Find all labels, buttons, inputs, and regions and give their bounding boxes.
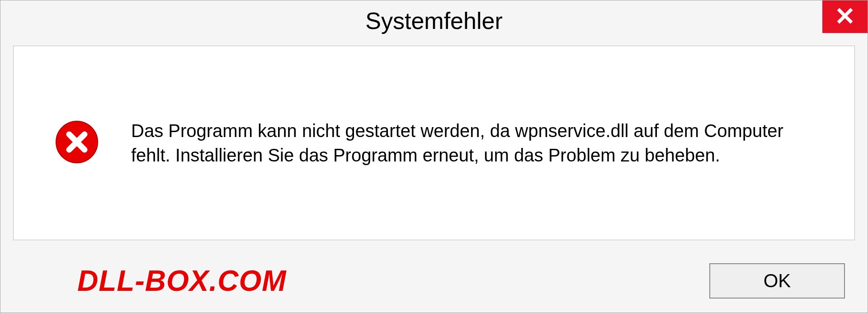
close-icon [835, 6, 854, 27]
close-button[interactable] [822, 0, 868, 33]
content-panel: Das Programm kann nicht gestartet werden… [13, 46, 855, 240]
titlebar: Systemfehler [0, 0, 868, 41]
ok-button[interactable]: OK [709, 263, 845, 299]
dialog-footer: DLL-BOX.COM OK [0, 249, 868, 313]
dialog-title: Systemfehler [365, 7, 502, 34]
error-dialog: Systemfehler Das Programm kann nicht ges… [0, 0, 868, 313]
error-message: Das Programm kann nicht gestartet werden… [131, 119, 827, 167]
watermark-text: DLL-BOX.COM [77, 264, 287, 298]
error-icon [54, 119, 99, 166]
